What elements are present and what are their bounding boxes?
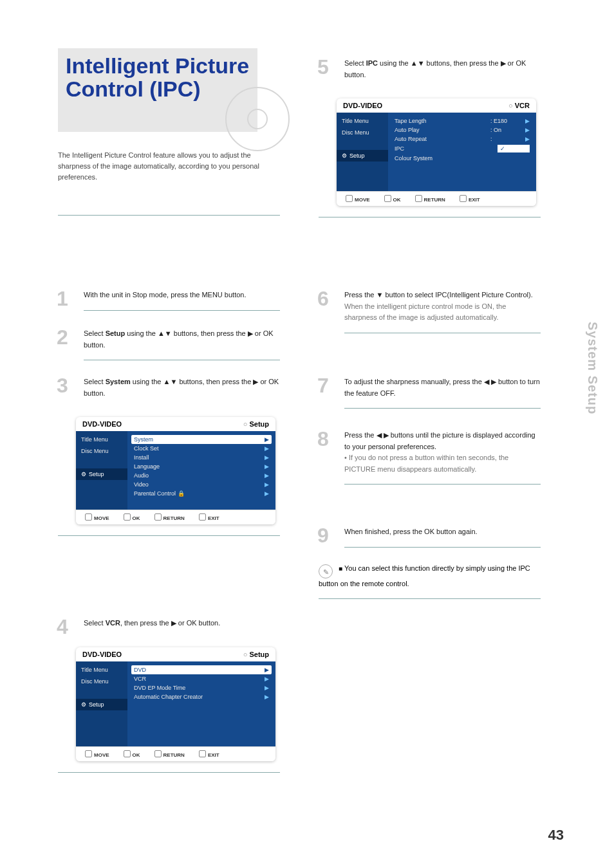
value: : On bbox=[490, 127, 525, 133]
hint-ok: OK bbox=[384, 195, 401, 203]
osd-footer: MOVE OK RETURN EXIT bbox=[76, 510, 275, 524]
bold: IPC bbox=[366, 59, 378, 67]
osd-row-system: System▶ bbox=[131, 435, 272, 444]
step-num: 9 bbox=[317, 524, 329, 548]
txt: , then press the bbox=[120, 619, 171, 627]
osd-row: Parental Control 🔒▶ bbox=[134, 489, 269, 498]
label: Tape Length bbox=[395, 118, 490, 124]
step-num: 4 bbox=[57, 615, 68, 639]
step-text: With the unit in Stop mode, press the ME… bbox=[84, 290, 280, 311]
txt: To adjust the sharpness manually, press … bbox=[344, 378, 484, 385]
step-text: Select IPC using the ▲▼ buttons, then pr… bbox=[344, 58, 541, 89]
step-6: 6 Press the ▼ button to select IPC(Intel… bbox=[319, 290, 541, 333]
chevron-right-icon: ▶ bbox=[525, 136, 530, 142]
osd-pane: Tape Length: E180▶ Auto Play: On▶ Auto R… bbox=[388, 113, 536, 191]
hint-move: MOVE bbox=[85, 513, 109, 521]
step-4: 4 Select VCR, then press the ▶ or OK but… bbox=[58, 618, 280, 773]
osd-side-title-menu: Title Menu bbox=[76, 434, 127, 445]
txt: Select bbox=[344, 59, 366, 67]
disc-icon bbox=[225, 87, 290, 151]
osd-row: Install▶ bbox=[134, 453, 269, 462]
value: : bbox=[490, 136, 525, 142]
osd-row: Audio▶ bbox=[134, 471, 269, 480]
arrow-right-icon: ▶ bbox=[501, 59, 506, 67]
label: Auto Play bbox=[395, 127, 490, 133]
osd-sidebar: Title Menu Disc Menu Setup bbox=[337, 113, 388, 191]
osd-row: Language▶ bbox=[134, 462, 269, 471]
hint-ok: OK bbox=[124, 513, 140, 521]
txt: buttons, then press the bbox=[425, 59, 501, 67]
chevron-right-icon: ▶ bbox=[265, 481, 269, 488]
hint-move: MOVE bbox=[85, 750, 109, 758]
osd-row: Colour System bbox=[395, 154, 530, 163]
osd-footer: MOVE OK RETURN EXIT bbox=[76, 746, 275, 761]
osd-row: Auto Play: On▶ bbox=[395, 125, 530, 134]
osd-row: DVD▶ bbox=[131, 665, 272, 674]
txt: Press the bbox=[344, 431, 377, 439]
hint-exit: EXIT bbox=[460, 195, 480, 203]
osd-context: VCR bbox=[508, 102, 530, 109]
txt: Select bbox=[84, 378, 106, 385]
arrow-left-right-icon: ◀ ▶ bbox=[377, 431, 389, 439]
arrow-right-icon: ▶ bbox=[248, 329, 253, 337]
step-2: 2 Select Setup using the ▲▼ buttons, the… bbox=[58, 328, 280, 360]
pencil-icon: ✎ bbox=[319, 564, 333, 578]
hint-return: RETURN bbox=[154, 750, 185, 758]
osd-title: DVD-VIDEO bbox=[343, 102, 382, 109]
step-num: 5 bbox=[317, 55, 329, 79]
step-num: 6 bbox=[317, 287, 329, 311]
txt: or OK button. bbox=[176, 619, 220, 627]
osd-row: Auto Repeat:▶ bbox=[395, 134, 530, 143]
osd-sidebar: Title Menu Disc Menu Setup bbox=[76, 661, 127, 746]
label: DVD bbox=[134, 667, 265, 673]
txt: Press the bbox=[344, 291, 377, 299]
label: System bbox=[134, 436, 265, 443]
chevron-right-icon: ▶ bbox=[265, 454, 269, 461]
label: IPC bbox=[395, 145, 498, 152]
step-num: 8 bbox=[317, 427, 329, 451]
osd-side-setup: Setup bbox=[337, 150, 388, 162]
label: Audio bbox=[134, 472, 265, 479]
txt: using the bbox=[125, 329, 158, 337]
step-text: To adjust the sharpness manually, press … bbox=[344, 376, 541, 409]
txt: buttons, then press the bbox=[177, 378, 253, 385]
osd-setup-menu: DVD-VIDEO Setup Title Menu Disc Menu Set… bbox=[76, 417, 275, 524]
step-9: 9 When finished, press the OK button aga… bbox=[319, 526, 541, 548]
chevron-right-icon: ▶ bbox=[265, 694, 269, 700]
step-1: 1 With the unit in Stop mode, press the … bbox=[58, 290, 280, 311]
bold: System bbox=[106, 378, 131, 385]
label: Install bbox=[134, 454, 265, 461]
osd-side-blank bbox=[76, 687, 127, 699]
osd-side-disc-menu: Disc Menu bbox=[76, 676, 127, 687]
osd-row: Video▶ bbox=[134, 480, 269, 489]
value: : E180 bbox=[490, 118, 525, 124]
chevron-right-icon: ▶ bbox=[265, 667, 269, 673]
osd-context: Setup bbox=[243, 651, 269, 658]
arrow-right-icon: ▶ bbox=[171, 619, 176, 627]
osd-side-disc-menu: Disc Menu bbox=[337, 127, 388, 138]
label: VCR bbox=[134, 676, 265, 682]
step-5: 5 Select IPC using the ▲▼ buttons, then … bbox=[319, 58, 541, 217]
txt-note: When the intelligent picture control mod… bbox=[344, 302, 506, 322]
osd-pane: System▶ Clock Set▶ Install▶ Language▶ Au… bbox=[127, 431, 275, 510]
arrow-down-icon: ▼ bbox=[377, 291, 384, 299]
bullet-text: If you do not press a button within ten … bbox=[344, 454, 508, 473]
chevron-right-icon: ▶ bbox=[265, 436, 269, 443]
txt: buttons, then press the bbox=[172, 329, 248, 337]
txt: Select bbox=[84, 329, 106, 337]
step-text: Press the ▼ button to select IPC(Intelli… bbox=[344, 290, 541, 333]
osd-vcr-menu: DVD-VIDEO VCR Title Menu Disc Menu Setup… bbox=[337, 98, 536, 206]
step-text: When finished, press the OK button again… bbox=[344, 526, 541, 548]
square-bullet-icon: ■ bbox=[339, 565, 342, 572]
osd-side-blank bbox=[76, 457, 127, 468]
chevron-right-icon: ▶ bbox=[265, 463, 269, 470]
osd-pane: DVD▶ VCR▶ DVD EP Mode Time▶ Automatic Ch… bbox=[127, 661, 275, 746]
step-text: Select System using the ▲▼ buttons, then… bbox=[84, 376, 280, 408]
label: Video bbox=[134, 481, 265, 488]
hint-return: RETURN bbox=[415, 195, 445, 203]
osd-side-setup: Setup bbox=[76, 699, 127, 710]
osd-row: DVD EP Mode Time▶ bbox=[134, 683, 269, 692]
osd-row: Tape Length: E180▶ bbox=[395, 116, 530, 125]
section-label: System Setup bbox=[585, 322, 600, 414]
osd-footer: MOVE OK RETURN EXIT bbox=[337, 191, 536, 206]
